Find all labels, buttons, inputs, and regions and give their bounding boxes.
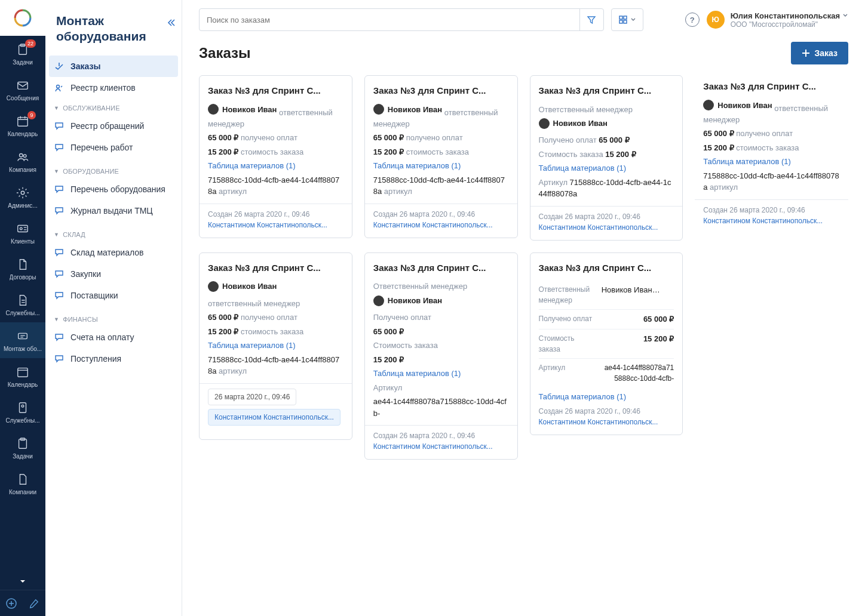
sidebar-item[interactable]: Перечень оборудования	[45, 178, 182, 200]
nav-more[interactable]	[0, 573, 45, 590]
app-logo[interactable]	[0, 0, 45, 36]
navrail-item-7[interactable]: Служебны...	[0, 287, 45, 322]
chat-icon	[54, 269, 65, 279]
author-link[interactable]: Константином Константинопольск...	[539, 417, 674, 427]
svg-point-10	[21, 191, 24, 195]
materials-link[interactable]: Таблица материалов (1)	[208, 160, 343, 172]
manager: Новиков Иван	[208, 104, 277, 116]
sidebar-item[interactable]: Поставщики	[45, 285, 182, 306]
equip-icon	[16, 329, 30, 343]
chat-icon	[54, 121, 65, 131]
svg-point-8	[20, 153, 23, 157]
materials-link[interactable]: Таблица материалов (1)	[539, 391, 674, 403]
sidebar-section-title[interactable]: ▼ОБОРУДОВАНИЕ	[45, 162, 182, 178]
search-box	[199, 8, 604, 31]
svg-point-9	[23, 154, 26, 157]
navrail-item-4[interactable]: Админис...	[0, 179, 45, 215]
navrail-item-0[interactable]: Задачи22	[0, 36, 45, 72]
order-card[interactable]: Заказ №3 для Спринт С... Новиков Иван от…	[364, 75, 518, 238]
order-title: Заказ №3 для Спринт С...	[539, 261, 674, 275]
navrail-item-6[interactable]: Договоры	[0, 251, 45, 287]
navrail-item-9[interactable]: Календарь	[0, 358, 45, 394]
sidebar-item[interactable]: Заказы	[49, 56, 178, 77]
navrail-item-1[interactable]: Сообщения	[0, 72, 45, 107]
sidebar: Монтаж оборудования ЗаказыРеестр клиенто…	[45, 0, 182, 616]
svg-rect-21	[619, 16, 622, 19]
navrail-item-10[interactable]: Служебны...	[0, 394, 45, 430]
author-link[interactable]: Константином Константинопольск...	[373, 441, 509, 452]
manager: Новиков Иван	[208, 281, 277, 292]
svg-rect-6	[18, 82, 28, 89]
order-card[interactable]: Заказ №3 для Спринт С... Ответственный м…	[364, 252, 518, 460]
svg-rect-13	[19, 333, 27, 338]
filter-button[interactable]	[579, 8, 603, 31]
clipboard2-icon	[16, 436, 30, 451]
search-input[interactable]	[200, 16, 579, 24]
id-card-icon	[16, 221, 30, 236]
navrail-item-12[interactable]: Компании	[0, 466, 45, 501]
order-title: Заказ №3 для Спринт С...	[208, 261, 343, 275]
order-card[interactable]: Заказ №3 для Спринт С... Новиков Иван от…	[199, 75, 352, 238]
calendar2-icon	[16, 365, 30, 379]
sidebar-item[interactable]: Поступления	[45, 348, 182, 369]
order-title: Заказ №3 для Спринт С...	[703, 80, 840, 94]
author-chip[interactable]: Константином Константинопольск...	[208, 409, 341, 426]
user-avatar: Ю	[707, 11, 725, 29]
orders-icon	[54, 61, 65, 72]
chat-icon	[54, 205, 65, 216]
sidebar-item[interactable]: Перечень работ	[45, 137, 182, 158]
chat-icon	[54, 184, 65, 195]
materials-link[interactable]: Таблица материалов (1)	[208, 340, 343, 352]
order-card[interactable]: Заказ №3 для Спринт С... Новиков Иван от…	[695, 75, 848, 233]
svg-point-16	[22, 405, 24, 407]
order-card[interactable]: Заказ №3 для Спринт С... Новиков Иван от…	[199, 252, 352, 440]
avatar-icon	[208, 104, 219, 115]
person-doc-icon	[16, 401, 30, 415]
author-link[interactable]: Константином Константинопольск...	[208, 220, 343, 230]
clients-icon	[54, 82, 65, 93]
navrail-item-11[interactable]: Задачи	[0, 430, 45, 466]
navrail-item-5[interactable]: Клиенты	[0, 215, 45, 251]
materials-link[interactable]: Таблица материалов (1)	[373, 368, 509, 380]
materials-link[interactable]: Таблица материалов (1)	[703, 156, 840, 168]
sidebar-section-title[interactable]: ▼ОБСЛУЖИВАНИЕ	[45, 98, 182, 115]
author-link[interactable]: Константином Константинопольск...	[373, 220, 509, 230]
sidebar-item[interactable]: Счета на оплату	[45, 327, 182, 348]
svg-rect-15	[20, 402, 26, 412]
user-menu[interactable]: Ю Юлия Константинопольская ООО "Мосгосст…	[707, 11, 848, 29]
sidebar-item[interactable]: Реестр клиентов	[45, 77, 182, 98]
sidebar-item[interactable]: Журнал выдачи ТМЦ	[45, 200, 182, 221]
materials-link[interactable]: Таблица материалов (1)	[373, 160, 509, 172]
sidebar-section-title[interactable]: ▼ФИНАНСЫ	[45, 310, 182, 327]
svg-point-20	[57, 85, 60, 88]
help-button[interactable]: ?	[685, 13, 700, 27]
view-mode-select[interactable]	[611, 8, 643, 31]
doc-icon	[16, 257, 30, 272]
chat-icon	[54, 353, 65, 364]
order-title: Заказ №3 для Спринт С...	[208, 84, 343, 98]
navrail-item-3[interactable]: Компания	[0, 143, 45, 179]
author-link[interactable]: Константином Константинопольск...	[703, 215, 840, 226]
nav-rail: Задачи22СообщенияКалендарь9КомпанияАдмин…	[0, 0, 45, 616]
manager: Новиков Иван	[539, 118, 608, 130]
order-card[interactable]: Заказ №3 для Спринт С... Ответственный м…	[530, 252, 683, 436]
navrail-item-8[interactable]: Монтаж обо...	[0, 322, 45, 358]
order-card[interactable]: Заказ №3 для Спринт С... Ответственный м…	[530, 75, 683, 241]
order-title: Заказ №3 для Спринт С...	[373, 84, 509, 98]
sidebar-item[interactable]: Закупки	[45, 263, 182, 285]
add-order-button[interactable]: Заказ	[791, 42, 848, 64]
navrail-item-2[interactable]: Календарь9	[0, 107, 45, 143]
materials-link[interactable]: Таблица материалов (1)	[539, 162, 674, 174]
sidebar-section-title[interactable]: ▼СКЛАД	[45, 225, 182, 242]
sidebar-item[interactable]: Склад материалов	[45, 242, 182, 263]
author-link[interactable]: Константином Константинопольск...	[539, 222, 674, 233]
sidebar-item[interactable]: Реестр обращений	[45, 115, 182, 137]
svg-point-12	[20, 227, 22, 230]
svg-rect-11	[18, 225, 28, 232]
sidebar-title: Монтаж оборудования	[45, 0, 182, 56]
svg-rect-22	[624, 16, 627, 19]
add-button[interactable]	[4, 596, 19, 611]
collapse-sidebar-button[interactable]	[166, 18, 176, 27]
settings-button[interactable]	[27, 596, 41, 611]
created-chip: 26 марта 2020 г., 09:46	[208, 389, 296, 405]
